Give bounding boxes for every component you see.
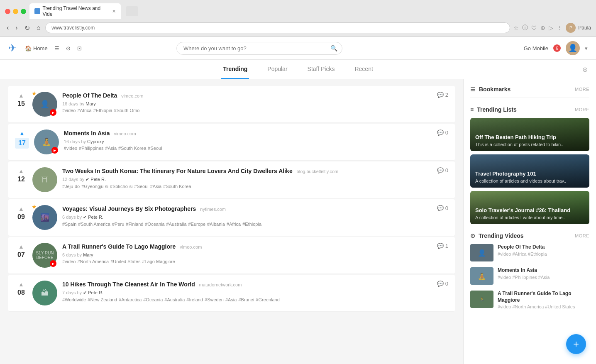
upvote-button[interactable]: ▲	[17, 243, 25, 250]
nav-home[interactable]: 🏠 Home	[25, 45, 48, 51]
video-title[interactable]: Moments In Asia	[498, 267, 589, 274]
rss-icon[interactable]: ⊛	[582, 66, 588, 73]
tag[interactable]: #video	[62, 108, 76, 113]
shield-icon[interactable]: 🛡	[531, 24, 537, 31]
tag[interactable]: #Seoul	[148, 146, 162, 151]
tag[interactable]: #Finland	[126, 222, 143, 227]
tag[interactable]: #Gyeongju-si	[81, 184, 108, 189]
tag[interactable]: #Asia	[150, 184, 162, 189]
tab-close-button[interactable]: ✕	[112, 9, 116, 14]
tag[interactable]: #South Korea	[118, 146, 146, 151]
tag[interactable]: #South Omo	[114, 108, 140, 113]
nav-bookmarks[interactable]: ⊡	[77, 45, 82, 51]
tab-staff-picks[interactable]: Staff Picks	[306, 60, 337, 79]
comments-count[interactable]: 💬 0	[432, 205, 448, 211]
post-tags: #Worldwide #New Zealand #Antarctica #Oce…	[62, 297, 427, 302]
tag[interactable]: #New Zealand	[88, 297, 117, 302]
forward-button[interactable]: ›	[14, 23, 19, 32]
tag[interactable]: #Ethiopia	[93, 108, 112, 113]
comments-count[interactable]: 💬 2	[432, 92, 448, 98]
list-item[interactable]: Solo Traveler's Journal #26: Thailand A …	[470, 191, 589, 224]
back-button[interactable]: ‹	[5, 23, 10, 32]
tag[interactable]: #Sweden	[205, 297, 224, 302]
comments-count[interactable]: 💬 0	[432, 167, 448, 173]
nav-videos[interactable]: ⊙	[66, 45, 71, 51]
tag[interactable]: #Oceania	[145, 222, 164, 227]
upvote-button[interactable]: ▲	[17, 281, 25, 288]
post-title[interactable]: People Of The Delta vimeo.com	[62, 92, 427, 100]
go-mobile-button[interactable]: Go Mobile	[524, 45, 548, 51]
more-icon[interactable]: ⋮	[557, 24, 562, 31]
tag[interactable]: #Antarctica	[119, 297, 142, 302]
trending-lists-more[interactable]: MORE	[575, 107, 589, 112]
upvote-button[interactable]: ▲	[18, 129, 26, 137]
tag[interactable]: #Seoul	[134, 184, 148, 189]
bookmarks-more[interactable]: MORE	[575, 87, 589, 92]
list-item[interactable]: Off The Beaten Path Hiking Trip This is …	[470, 118, 589, 151]
post-title[interactable]: Moments In Asia vimeo.com	[64, 129, 427, 138]
browser-tab[interactable]: Trending Travel News and Vide ✕	[29, 3, 121, 19]
tag[interactable]: #Africa	[227, 222, 241, 227]
reader-icon[interactable]: ⓘ	[522, 24, 528, 32]
tab-trending[interactable]: Trending	[221, 60, 249, 79]
tag[interactable]: #Philippines	[79, 146, 103, 151]
tab-recent[interactable]: Recent	[353, 60, 374, 79]
tag[interactable]: #Australia	[166, 222, 187, 227]
list-item[interactable]: Travel Photography 101 A collection of a…	[470, 154, 589, 188]
window-close-button[interactable]	[5, 9, 10, 14]
notification-badge[interactable]: 6	[553, 44, 561, 52]
tag[interactable]: #Lago Maggiore	[142, 259, 175, 264]
address-bar[interactable]: www.travelistly.com	[45, 22, 510, 33]
tag[interactable]: #Oceania	[143, 297, 163, 302]
search-input[interactable]	[176, 42, 342, 55]
post-title[interactable]: 10 Hikes Through The Cleanest Air In The…	[62, 281, 427, 289]
comments-count[interactable]: 💬 0	[432, 129, 448, 136]
tag[interactable]: #North America	[77, 259, 109, 264]
post-title[interactable]: Voyages: Visual Journeys By Six Photogra…	[62, 205, 427, 213]
tag[interactable]: #video	[64, 146, 77, 151]
tag[interactable]: #South Korea	[163, 184, 191, 189]
tag[interactable]: #Spain	[62, 222, 76, 227]
comments-count[interactable]: 💬 1	[432, 243, 448, 249]
post-title[interactable]: A Trail Runner's Guide To Lago Maggiore …	[62, 243, 427, 251]
tag[interactable]: #Brunei	[238, 297, 254, 302]
comments-count[interactable]: 💬 0	[432, 281, 448, 287]
star-icon[interactable]: ☆	[513, 24, 519, 31]
tab-popular[interactable]: Popular	[266, 60, 289, 79]
cast-icon[interactable]: ▷	[549, 24, 553, 31]
tag[interactable]: #Peru	[112, 222, 124, 227]
tag[interactable]: #Europe	[188, 222, 206, 227]
tag[interactable]: #Ireland	[186, 297, 203, 302]
video-title[interactable]: A Trail Runner's Guide To Lago Maggiore	[498, 291, 589, 303]
tag[interactable]: #video	[62, 259, 76, 264]
window-maximize-button[interactable]	[21, 9, 26, 14]
fab-button[interactable]: +	[566, 334, 586, 354]
tag[interactable]: #Ethiopia	[242, 222, 261, 227]
video-title[interactable]: People Of The Delta	[498, 244, 589, 251]
tag[interactable]: #Jeju-do	[62, 184, 80, 189]
nav-lists[interactable]: ☰	[54, 45, 59, 51]
tag[interactable]: #Australia	[164, 297, 185, 302]
user-avatar[interactable]: 👤	[566, 41, 580, 55]
tag[interactable]: #Albania	[207, 222, 225, 227]
window-minimize-button[interactable]	[13, 9, 18, 14]
trending-videos-more[interactable]: MORE	[575, 233, 589, 238]
layers-icon[interactable]: ⊕	[540, 24, 545, 31]
tag[interactable]: #Worldwide	[62, 297, 86, 302]
tag[interactable]: #Asia	[105, 146, 117, 151]
upvote-button[interactable]: ▲	[17, 92, 25, 99]
tag[interactable]: #Africa	[77, 108, 91, 113]
home-button[interactable]: ⌂	[35, 23, 42, 32]
tag[interactable]: #Asia	[225, 297, 237, 302]
user-dropdown-icon[interactable]: ▾	[585, 45, 588, 51]
post-title[interactable]: Two Weeks In South Korea: The Itinerary …	[62, 167, 427, 176]
tag[interactable]: #United States	[110, 259, 140, 264]
window-controls[interactable]	[5, 9, 26, 14]
new-tab-button[interactable]	[126, 6, 138, 16]
tag[interactable]: #Sokcho-si	[110, 184, 132, 189]
tag[interactable]: #South America	[78, 222, 110, 227]
refresh-button[interactable]: ↻	[23, 23, 32, 33]
upvote-button[interactable]: ▲	[17, 167, 25, 175]
tag[interactable]: #Greenland	[256, 297, 280, 302]
upvote-button[interactable]: ▲	[17, 205, 25, 213]
